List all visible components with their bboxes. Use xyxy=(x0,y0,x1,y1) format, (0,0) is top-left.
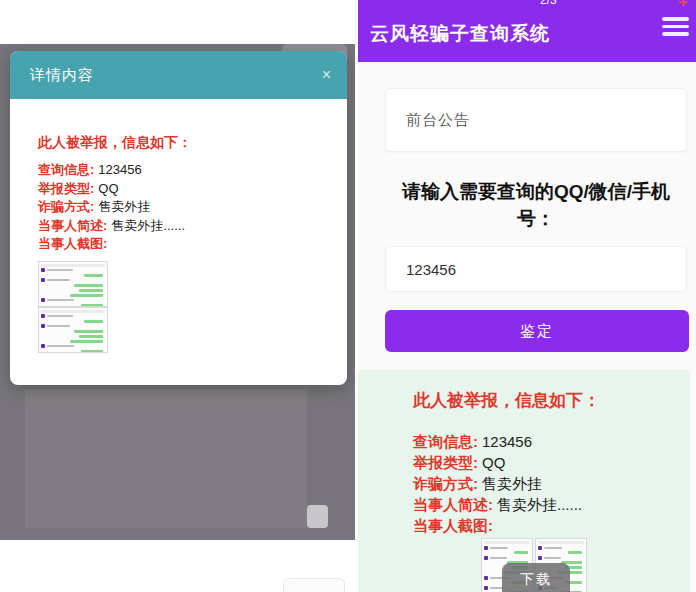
field-value: 123456 xyxy=(98,162,141,177)
announcement-text: 前台公告 xyxy=(406,111,470,130)
field-value: 售卖外挂...... xyxy=(497,496,582,513)
plus-icon: + xyxy=(678,0,688,12)
scammer-query-app: 2/3 + 云风轻骗子查询系统 前台公告 请输入需要查询的QQ/微信/手机号： … xyxy=(358,0,696,592)
field-label: 举报类型: xyxy=(413,454,478,471)
screen: 详情内容 × 此人被举报，信息如下： 查询信息:123456 举报类型:QQ 诈… xyxy=(0,0,696,592)
app-title: 云风轻骗子查询系统 xyxy=(370,21,550,47)
download-button[interactable]: 下载 xyxy=(502,563,570,592)
field-label: 诈骗方式: xyxy=(413,475,478,492)
query-input[interactable] xyxy=(385,246,687,292)
field-query-info: 查询信息:123456 xyxy=(413,431,690,452)
detail-modal-header: 详情内容 × xyxy=(10,51,347,99)
field-label: 当事人截图: xyxy=(38,236,107,251)
field-value: 售卖外挂...... xyxy=(111,218,185,233)
app-header: 2/3 + 云风轻骗子查询系统 xyxy=(358,0,696,62)
detail-modal: 详情内容 × 此人被举报，信息如下： 查询信息:123456 举报类型:QQ 诈… xyxy=(10,51,347,385)
close-icon[interactable]: × xyxy=(322,67,331,83)
app-body: 前台公告 请输入需要查询的QQ/微信/手机号： 鉴定 此人被举报，信息如下： 查… xyxy=(358,88,696,592)
field-value: 售卖外挂 xyxy=(482,475,542,492)
bottom-cropped-button[interactable] xyxy=(283,578,345,592)
field-party-screenshot: 当事人截图: xyxy=(413,515,690,536)
field-fraud-method: 诈骗方式:售卖外挂 xyxy=(413,473,690,494)
field-party-summary: 当事人简述:售卖外挂...... xyxy=(38,217,327,236)
field-label: 举报类型: xyxy=(38,181,94,196)
detail-modal-title: 详情内容 xyxy=(30,66,94,85)
announcement-card: 前台公告 xyxy=(385,88,687,152)
field-report-type: 举报类型:QQ xyxy=(413,452,690,473)
chat-screenshot-thumbnail[interactable] xyxy=(38,261,108,307)
dimmed-background-button xyxy=(307,505,328,528)
menu-icon[interactable] xyxy=(662,17,689,40)
field-party-summary: 当事人简述:售卖外挂...... xyxy=(413,494,690,515)
field-value: QQ xyxy=(482,454,505,471)
field-value: 123456 xyxy=(482,433,532,450)
report-heading: 此人被举报，信息如下： xyxy=(38,133,327,151)
field-value: 售卖外挂 xyxy=(98,199,150,214)
field-label: 当事人简述: xyxy=(413,496,493,513)
identify-button[interactable]: 鉴定 xyxy=(385,310,689,352)
dimmed-background-panel xyxy=(25,389,307,528)
field-query-info: 查询信息:123456 xyxy=(38,161,327,180)
field-report-type: 举报类型:QQ xyxy=(38,180,327,199)
detail-modal-body: 此人被举报，信息如下： 查询信息:123456 举报类型:QQ 诈骗方式:售卖外… xyxy=(10,99,347,353)
field-fraud-method: 诈骗方式:售卖外挂 xyxy=(38,198,327,217)
page-indicator: 2/3 xyxy=(540,0,557,7)
result-panel: 此人被举报，信息如下： 查询信息:123456 举报类型:QQ 诈骗方式:售卖外… xyxy=(358,370,690,592)
field-value: QQ xyxy=(98,181,118,196)
field-label: 当事人截图: xyxy=(413,517,493,534)
query-heading: 请输入需要查询的QQ/微信/手机号： xyxy=(385,178,687,232)
field-party-screenshot: 当事人截图: xyxy=(38,235,327,254)
field-label: 查询信息: xyxy=(38,162,94,177)
field-label: 查询信息: xyxy=(413,433,478,450)
field-label: 诈骗方式: xyxy=(38,199,94,214)
result-heading: 此人被举报，信息如下： xyxy=(413,390,690,411)
chat-screenshot-thumbnail[interactable] xyxy=(38,307,108,353)
field-label: 当事人简述: xyxy=(38,218,107,233)
screenshot-thumbnails xyxy=(38,261,327,353)
left-dimmed-page: 详情内容 × 此人被举报，信息如下： 查询信息:123456 举报类型:QQ 诈… xyxy=(0,0,355,592)
